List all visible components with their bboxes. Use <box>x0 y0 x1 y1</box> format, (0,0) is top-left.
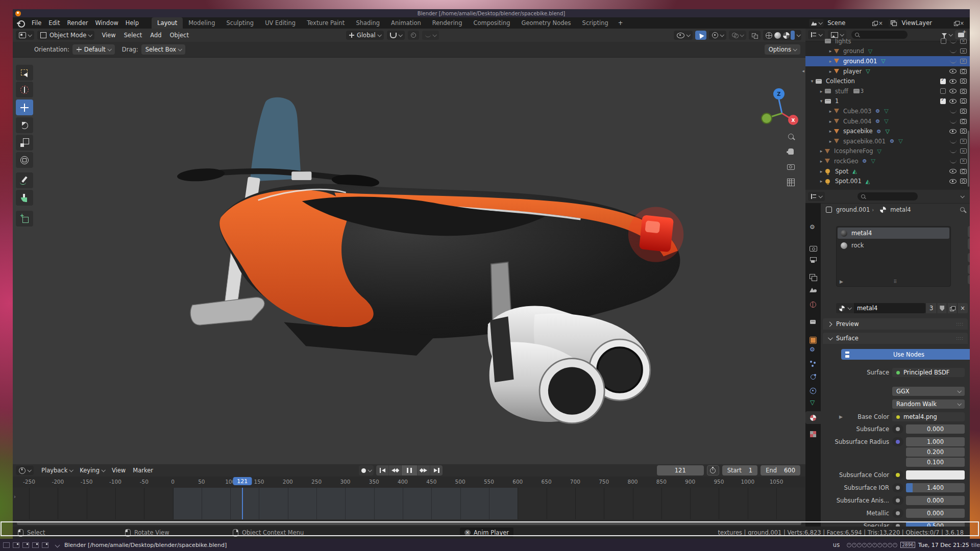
transform-orientation-dropdown[interactable]: Global <box>346 31 384 40</box>
outliner-row-player[interactable]: ▸player▽ <box>805 66 970 77</box>
socket-chip[interactable] <box>892 424 903 434</box>
eye-closed-icon[interactable] <box>950 39 957 43</box>
timeline-tracks[interactable] <box>13 488 805 519</box>
gizmo-y-axis[interactable] <box>762 113 772 123</box>
rendered-shading-button[interactable] <box>791 31 795 40</box>
timeline-menu-view[interactable]: View <box>108 465 129 475</box>
tool-move-button[interactable] <box>16 99 33 115</box>
eye-closed-icon[interactable] <box>950 159 957 163</box>
surface-panel-header[interactable]: Surface :::: <box>823 333 968 344</box>
eye-open-icon[interactable] <box>949 89 957 93</box>
outliner-row-icospherefog[interactable]: ▸IcosphereFog▽ <box>805 146 970 157</box>
falloff-dropdown[interactable] <box>422 31 439 40</box>
viewport-menu-select[interactable]: Select <box>120 30 146 40</box>
visibility-dropdown[interactable] <box>674 31 693 40</box>
drag-mode-dropdown[interactable]: Select Box <box>141 44 186 55</box>
outliner-row-collection[interactable]: ▾Collection <box>805 76 970 86</box>
camera-disabled-icon[interactable] <box>960 48 967 54</box>
outliner-scrollbar[interactable] <box>968 131 969 187</box>
expand-arrow-icon[interactable]: ▸ <box>827 69 834 74</box>
eye-closed-icon[interactable] <box>950 109 957 113</box>
socket-chip[interactable] <box>892 509 903 518</box>
expand-arrow-icon[interactable]: ▾ <box>818 98 825 104</box>
expand-arrow-icon[interactable]: ▸ <box>827 59 834 64</box>
properties-tab-material[interactable] <box>805 411 821 424</box>
tray-applet-icon[interactable] <box>883 543 887 547</box>
options-dropdown[interactable]: Options <box>765 44 800 55</box>
menu-render[interactable]: Render <box>64 18 92 28</box>
frame-start-field[interactable]: Start 1 <box>722 465 757 475</box>
editor-type-button[interactable] <box>16 31 34 40</box>
menu-help[interactable]: Help <box>122 18 142 28</box>
expand-arrow-icon[interactable]: ▸ <box>818 179 825 184</box>
camera-disabled-icon[interactable] <box>960 59 967 64</box>
outliner-row-spot[interactable]: ▸Spot◭ <box>805 166 970 177</box>
tab-rendering[interactable]: Rendering <box>427 17 468 29</box>
properties-tab-tool[interactable] <box>805 221 821 234</box>
properties-tab-particles[interactable] <box>805 357 821 369</box>
properties-tab-render[interactable] <box>805 242 821 255</box>
tool-scale-button[interactable] <box>16 135 33 151</box>
select-tool-active[interactable] <box>695 31 706 40</box>
tool-rotate-button[interactable] <box>16 117 33 133</box>
outliner-row-ground-001[interactable]: ▸ground.001▽ <box>805 56 970 66</box>
properties-tab-world[interactable] <box>805 298 821 311</box>
tab-compositing[interactable]: Compositing <box>468 17 516 29</box>
blender-menu-icon[interactable] <box>17 20 25 26</box>
pager-workspace-5[interactable] <box>42 542 48 548</box>
properties-editor-type-button[interactable] <box>808 192 825 201</box>
add-workspace-button[interactable]: + <box>614 17 627 29</box>
pager-workspace-3[interactable] <box>22 542 29 548</box>
value-slider-field[interactable]: 0.100 <box>906 458 965 467</box>
timeline-scrollbar[interactable] <box>17 521 801 525</box>
tray-applet-icon[interactable] <box>893 543 897 547</box>
properties-tab-view-layer[interactable] <box>805 271 821 284</box>
camera-icon[interactable] <box>960 79 967 84</box>
material-slot-rock[interactable]: rock <box>838 240 949 251</box>
grip-icon[interactable]: ⠿ <box>894 279 897 284</box>
tab-scripting[interactable]: Scripting <box>577 17 614 29</box>
eye-open-icon[interactable] <box>949 69 957 73</box>
viewport-menu-object[interactable]: Object <box>166 30 193 40</box>
pause-button[interactable] <box>402 465 418 475</box>
expand-arrow-icon[interactable]: ▸ <box>818 148 825 154</box>
properties-tab-collection[interactable] <box>805 315 821 328</box>
socket-chip[interactable] <box>892 470 903 480</box>
outliner-row-1[interactable]: ▾1 <box>805 96 970 107</box>
material-users-count[interactable]: 3 <box>925 303 937 313</box>
menu-window[interactable]: Window <box>91 18 121 28</box>
tool-transform-button[interactable] <box>16 152 33 168</box>
socket-chip[interactable] <box>892 496 903 505</box>
tab-modeling[interactable]: Modeling <box>183 17 220 29</box>
jump-start-button[interactable] <box>376 465 389 475</box>
properties-tab-scene[interactable] <box>805 283 821 295</box>
tab-uv-editing[interactable]: UV Editing <box>259 17 301 29</box>
jump-end-button[interactable] <box>430 465 443 475</box>
tool-cursor-button[interactable] <box>16 82 33 97</box>
remove-slot-button[interactable]: − <box>968 238 970 249</box>
expand-arrow-icon[interactable]: ▸ <box>827 139 834 144</box>
outliner-row-spot-001[interactable]: ▸Spot.001◭ <box>805 176 970 186</box>
timeline-expand-arrow-icon[interactable]: › <box>14 494 16 499</box>
enum-dropdown-random-walk[interactable]: Random Walk <box>892 399 965 409</box>
timeline-ruler[interactable]: -250-200-150-100-50050100150200250300350… <box>13 477 805 488</box>
enum-dropdown-ggx[interactable]: GGX <box>892 387 965 396</box>
viewport-menu-view[interactable]: View <box>97 30 119 40</box>
timeline-menu-playback[interactable]: Playback <box>38 465 76 475</box>
tool-annotate-button[interactable] <box>16 172 33 188</box>
eye-open-icon[interactable] <box>949 99 957 104</box>
new-scene-icon[interactable] <box>872 21 877 26</box>
tray-applet-icon[interactable] <box>867 543 872 547</box>
checkbox-unchecked[interactable] <box>940 88 946 94</box>
color-swatch-field[interactable] <box>906 470 965 480</box>
use-nodes-button[interactable]: Use Nodes <box>841 349 970 360</box>
tray-applet-icon[interactable] <box>847 543 851 547</box>
zoom-tool-button[interactable] <box>785 131 796 142</box>
properties-tab-modifiers[interactable] <box>805 344 821 357</box>
orientation-default-dropdown[interactable]: Default <box>72 44 115 55</box>
next-key-button[interactable] <box>418 465 430 475</box>
material-name-field[interactable]: metal4 <box>854 303 925 313</box>
unlink-scene-icon[interactable]: × <box>877 20 884 26</box>
eye-closed-icon[interactable] <box>950 139 957 143</box>
value-slider-field[interactable]: 1.400 <box>906 483 965 492</box>
